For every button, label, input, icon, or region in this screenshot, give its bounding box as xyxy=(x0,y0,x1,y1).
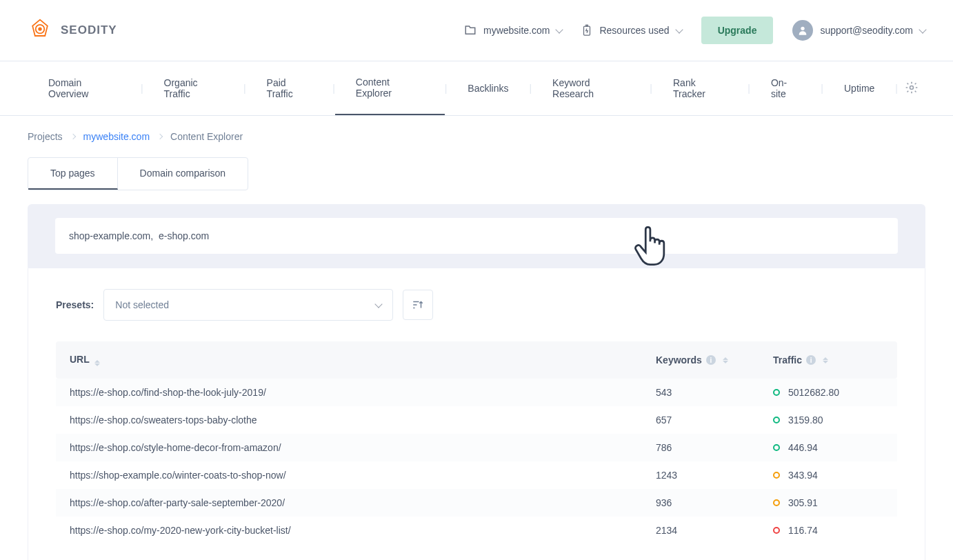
breadcrumb-domain[interactable]: mywebsite.com xyxy=(83,131,150,142)
domain-selector[interactable]: mywebsite.com xyxy=(464,24,562,37)
cell-traffic: 343.94 xyxy=(773,470,883,481)
svg-point-4 xyxy=(801,27,805,30)
tabs-container: Top pages Domain comparison xyxy=(0,157,953,190)
domain-search-input[interactable] xyxy=(55,218,898,254)
table-row[interactable]: https://e-shop.co/sweaters-tops-baby-clo… xyxy=(56,406,897,434)
breadcrumb: Projects mywebsite.com Content Explorer xyxy=(0,116,953,157)
col-header-keywords[interactable]: Keywords i xyxy=(656,354,773,366)
table-body: https://e-shop.co/find-shop-the-look-jul… xyxy=(56,379,897,544)
folder-icon xyxy=(464,24,476,37)
chevron-right-icon xyxy=(70,134,75,139)
chevron-down-icon xyxy=(675,26,683,33)
table-row[interactable]: https://e-shop.co/style-home-decor-from-… xyxy=(56,434,897,461)
cell-keywords: 543 xyxy=(656,387,773,398)
table-row[interactable]: https://e-shop.co/after-party-sale-septe… xyxy=(56,489,897,517)
cell-keywords: 1243 xyxy=(656,470,773,481)
nav-item-rank-tracker[interactable]: Rank Tracker xyxy=(652,62,748,114)
tab-top-pages[interactable]: Top pages xyxy=(28,158,118,190)
table-row[interactable]: https://e-shop.co/my-2020-new-york-city-… xyxy=(56,517,897,544)
user-menu[interactable]: support@seodity.com xyxy=(792,20,925,41)
table-row[interactable]: https://e-shop.co/find-shop-the-look-jul… xyxy=(56,379,897,406)
traffic-value: 5012682.80 xyxy=(788,387,839,398)
cell-traffic: 3159.80 xyxy=(773,414,883,426)
settings-button[interactable] xyxy=(898,66,925,112)
table-row[interactable]: https://shop-example.co/winter-coats-to-… xyxy=(56,461,897,489)
cell-url: https://shop-example.co/winter-coats-to-… xyxy=(70,470,656,481)
col-header-url[interactable]: URL xyxy=(70,354,656,366)
cell-keywords: 2134 xyxy=(656,525,773,536)
info-icon: i xyxy=(806,355,816,365)
user-icon xyxy=(797,25,808,36)
cell-url: https://e-shop.co/my-2020-new-york-city-… xyxy=(70,525,656,536)
nav-item-backlinks[interactable]: Backlinks xyxy=(447,68,529,109)
tabs: Top pages Domain comparison xyxy=(28,157,248,190)
cell-traffic: 305.91 xyxy=(773,497,883,508)
battery-icon xyxy=(581,24,592,37)
svg-point-1 xyxy=(38,27,41,30)
status-dot-icon xyxy=(773,444,780,451)
traffic-value: 343.94 xyxy=(788,470,818,481)
status-dot-icon xyxy=(773,527,780,534)
cell-keywords: 936 xyxy=(656,497,773,508)
chevron-down-icon xyxy=(375,300,383,308)
cell-keywords: 786 xyxy=(656,442,773,453)
cell-url: https://e-shop.co/style-home-decor-from-… xyxy=(70,442,656,453)
svg-point-5 xyxy=(910,86,914,89)
search-container xyxy=(28,204,925,268)
traffic-value: 446.94 xyxy=(788,442,818,453)
resources-label: Resources used xyxy=(599,25,669,36)
cell-traffic: 5012682.80 xyxy=(773,387,883,398)
presets-label: Presets: xyxy=(56,299,94,310)
nav-item-content-explorer[interactable]: Content Explorer xyxy=(335,61,445,115)
cell-url: https://e-shop.co/find-shop-the-look-jul… xyxy=(70,387,656,398)
traffic-value: 3159.80 xyxy=(788,414,823,426)
sort-button[interactable] xyxy=(403,290,433,320)
nav-item-on-site[interactable]: On-site xyxy=(750,62,821,114)
nav-item-domain-overview[interactable]: Domain Overview xyxy=(28,62,141,114)
gear-icon xyxy=(905,81,919,94)
info-icon: i xyxy=(706,355,716,365)
chevron-right-icon xyxy=(157,134,163,139)
upgrade-button[interactable]: Upgrade xyxy=(701,17,774,44)
user-email: support@seodity.com xyxy=(820,25,913,36)
cell-url: https://e-shop.co/sweaters-tops-baby-clo… xyxy=(70,414,656,426)
presets-row: Presets: Not selected xyxy=(56,289,897,321)
cell-keywords: 657 xyxy=(656,414,773,426)
sort-arrows-icon xyxy=(823,357,828,363)
status-dot-icon xyxy=(773,389,780,396)
svg-rect-3 xyxy=(586,25,588,26)
sort-icon xyxy=(412,299,424,311)
nav-item-organic-traffic[interactable]: Organic Traffic xyxy=(143,62,243,114)
status-dot-icon xyxy=(773,499,780,506)
chevron-down-icon xyxy=(556,26,563,33)
sort-arrows-icon xyxy=(723,357,728,363)
tab-domain-comparison[interactable]: Domain comparison xyxy=(118,158,248,190)
cell-traffic: 446.94 xyxy=(773,442,883,453)
main-nav: Domain Overview|Organic Traffic|Paid Tra… xyxy=(0,61,953,116)
traffic-value: 116.74 xyxy=(788,525,818,536)
header: SEODITY mywebsite.com Resources used Upg… xyxy=(0,0,953,61)
nav-item-uptime[interactable]: Uptime xyxy=(823,68,895,109)
presets-value: Not selected xyxy=(115,299,169,310)
avatar xyxy=(792,20,813,41)
breadcrumb-projects[interactable]: Projects xyxy=(28,131,63,142)
nav-item-keyword-research[interactable]: Keyword Research xyxy=(532,62,650,114)
brand-name: SEODITY xyxy=(61,23,117,37)
header-right: mywebsite.com Resources used Upgrade sup… xyxy=(464,17,925,44)
logo-icon xyxy=(28,17,52,44)
logo[interactable]: SEODITY xyxy=(28,17,117,44)
resources-used[interactable]: Resources used xyxy=(581,24,681,37)
cell-traffic: 116.74 xyxy=(773,525,883,536)
status-dot-icon xyxy=(773,472,780,479)
traffic-value: 305.91 xyxy=(788,497,818,508)
status-dot-icon xyxy=(773,417,780,423)
table-header: URL Keywords i Traffic i xyxy=(56,341,897,379)
content-panel: Presets: Not selected URL Keywords i Tra… xyxy=(28,268,925,560)
sort-arrows-icon xyxy=(94,360,100,366)
presets-select[interactable]: Not selected xyxy=(103,289,393,321)
domain-label: mywebsite.com xyxy=(483,25,550,36)
col-header-traffic[interactable]: Traffic i xyxy=(773,354,883,366)
chevron-down-icon xyxy=(919,26,926,33)
nav-item-paid-traffic[interactable]: Paid Traffic xyxy=(246,62,333,114)
cell-url: https://e-shop.co/after-party-sale-septe… xyxy=(70,497,656,508)
